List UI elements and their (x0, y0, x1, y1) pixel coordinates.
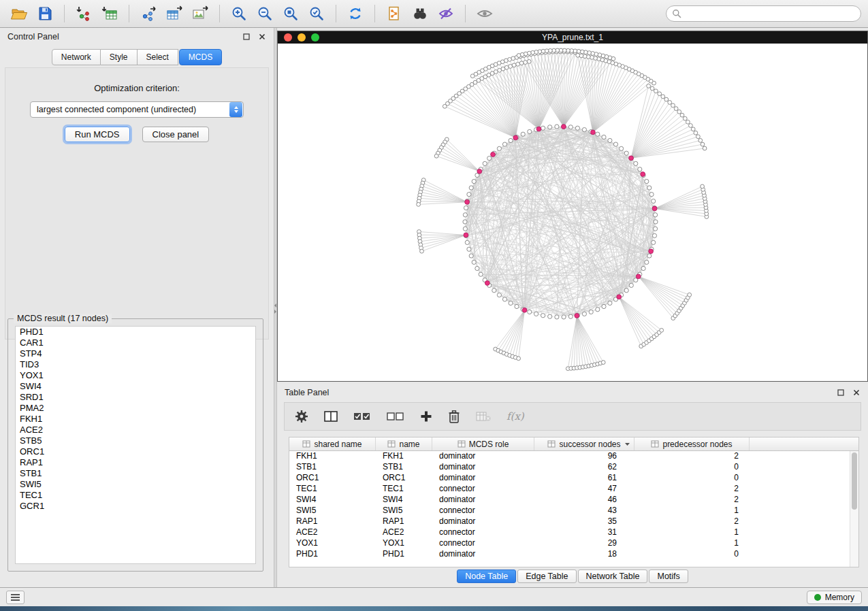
table-row[interactable]: RAP1RAP1dominator352 (289, 516, 850, 527)
table-panel-titlebar: Table Panel (277, 384, 868, 401)
table-panel: Table Panel (277, 384, 868, 587)
import-table-button[interactable] (97, 3, 122, 24)
result-node[interactable]: FKH1 (16, 414, 255, 425)
table-row[interactable]: FKH1FKH1dominator962 (289, 451, 850, 462)
result-node[interactable]: CAR1 (16, 337, 255, 348)
window-close-button[interactable] (284, 33, 292, 42)
column-header-predecessor-nodes[interactable]: predecessor nodes (634, 437, 750, 450)
column-icon (302, 440, 310, 448)
result-node[interactable]: SRD1 (16, 392, 255, 403)
export-table-button[interactable] (162, 3, 187, 24)
float-table-panel-button[interactable] (837, 389, 845, 397)
import-network-button[interactable] (71, 3, 96, 24)
zoom-fit-button[interactable] (278, 3, 303, 24)
table-settings-button[interactable] (295, 410, 308, 423)
table-toolbar: f(x) (284, 402, 861, 431)
memory-button[interactable]: Memory (807, 591, 862, 604)
window-minimize-button[interactable] (298, 33, 306, 42)
mcds-result-list[interactable]: PHD1CAR1STP4TID3YOX1SWI4SRD1PMA2FKH1ACE2… (15, 326, 256, 564)
deselect-all-button[interactable] (387, 410, 404, 423)
mcds-result-title: MCDS result (17 nodes) (14, 314, 112, 323)
column-header-name[interactable]: name (376, 437, 432, 450)
result-node[interactable]: SWI5 (16, 479, 255, 490)
column-header-mcds-role[interactable]: MCDS role (432, 437, 534, 450)
result-node[interactable]: ORC1 (16, 446, 255, 457)
table-row[interactable]: STB1STB1dominator620 (289, 462, 850, 473)
result-node[interactable]: PHD1 (16, 327, 255, 337)
result-node[interactable]: STP4 (16, 348, 255, 359)
divider-collapse-handle[interactable] (274, 303, 276, 314)
table-row[interactable]: ORC1ORC1dominator610 (289, 473, 850, 484)
close-table-panel-button[interactable] (852, 389, 861, 397)
window-maximize-button[interactable] (311, 33, 319, 42)
result-node[interactable]: STB1 (16, 468, 255, 479)
table-row[interactable]: SWI5SWI5connector431 (289, 506, 850, 516)
chevron-down-icon (234, 110, 238, 113)
column-header-successor-nodes[interactable]: successor nodes (534, 437, 634, 450)
result-node[interactable]: GCR1 (16, 501, 255, 512)
table-row[interactable]: SWI4SWI4dominator462 (289, 495, 850, 506)
open-network-in-browser-button[interactable] (382, 3, 406, 24)
hide-selection-button[interactable] (434, 3, 458, 24)
column-header-shared-name[interactable]: shared name (289, 437, 376, 450)
zoom-out-button[interactable] (253, 3, 277, 24)
show-columns-button[interactable] (324, 410, 338, 423)
open-session-button[interactable] (7, 3, 31, 24)
select-all-button[interactable] (353, 410, 371, 423)
export-network-button[interactable] (136, 3, 161, 24)
tab-node-table[interactable]: Node Table (457, 569, 516, 583)
tab-motifs[interactable]: Motifs (649, 569, 688, 583)
dropdown-selected-value: largest connected component (undirected) (31, 105, 229, 114)
result-node[interactable]: TEC1 (16, 490, 255, 501)
find-button[interactable] (408, 3, 432, 24)
scrollbar-thumb[interactable] (852, 452, 857, 510)
close-panel-action-button[interactable]: Close panel (142, 127, 210, 142)
share-document-icon (386, 5, 402, 22)
result-node[interactable]: TID3 (16, 359, 255, 370)
add-column-button[interactable] (420, 410, 432, 423)
table-row[interactable]: YOX1YOX1connector291 (289, 538, 850, 549)
export-image-button[interactable] (188, 3, 212, 24)
table-row[interactable]: ACE2ACE2connector311 (289, 527, 850, 538)
column-icon (387, 440, 396, 448)
tab-edge-table[interactable]: Edge Table (517, 569, 576, 583)
optimization-criterion-dropdown[interactable]: largest connected component (undirected) (30, 101, 244, 118)
apply-layout-button[interactable] (343, 3, 368, 24)
control-panel-tabs: Network Style Select MCDS (0, 49, 274, 65)
tab-mcds[interactable]: MCDS (179, 49, 222, 65)
result-node[interactable]: RAP1 (16, 457, 255, 468)
run-mcds-button[interactable]: Run MCDS (65, 127, 130, 142)
table-row[interactable]: TEC1TEC1connector472 (289, 484, 850, 495)
result-node[interactable]: YOX1 (16, 370, 255, 381)
result-node[interactable]: STB5 (16, 435, 255, 446)
result-node[interactable]: SWI4 (16, 381, 255, 392)
search-input[interactable] (685, 9, 855, 18)
tab-network[interactable]: Network (52, 49, 101, 65)
zoom-selected-button[interactable] (304, 3, 329, 24)
result-node[interactable]: PMA2 (16, 403, 255, 414)
close-panel-button[interactable] (258, 33, 266, 41)
status-menu-button[interactable] (6, 591, 25, 604)
delete-table-button-disabled[interactable] (476, 410, 491, 423)
dropdown-stepper[interactable] (229, 102, 242, 117)
optimization-criterion-label: Optimization criterion: (5, 83, 268, 93)
show-all-button[interactable] (472, 3, 497, 24)
search-field[interactable] (666, 5, 861, 22)
tab-network-table[interactable]: Network Table (578, 569, 648, 583)
unchecked-boxes-icon (387, 410, 404, 423)
tab-style[interactable]: Style (101, 49, 138, 65)
table-scrollbar[interactable] (850, 451, 858, 567)
float-icon (837, 389, 844, 396)
table-row[interactable]: PHD1PHD1dominator180 (289, 549, 850, 560)
result-node[interactable]: ACE2 (16, 425, 255, 435)
function-builder-button[interactable]: f(x) (507, 410, 524, 423)
tab-select[interactable]: Select (138, 49, 178, 65)
delete-column-button[interactable] (448, 410, 460, 423)
toolbar-separator (465, 5, 466, 22)
network-window-titlebar[interactable]: YPA_prune.txt_1 (278, 31, 867, 44)
zoom-in-button[interactable] (227, 3, 251, 24)
checked-boxes-icon (353, 410, 371, 423)
network-canvas[interactable] (278, 44, 867, 381)
float-panel-button[interactable] (242, 33, 251, 41)
save-session-button[interactable] (33, 3, 57, 24)
